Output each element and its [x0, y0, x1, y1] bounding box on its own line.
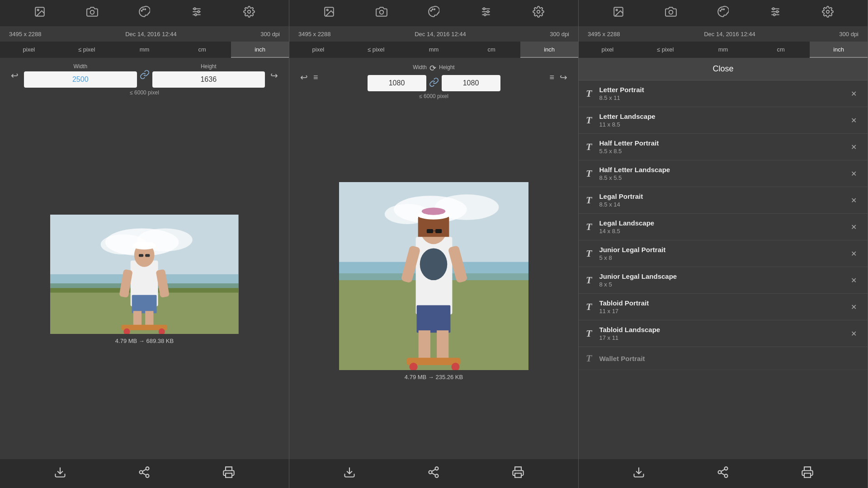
palette-icon-3[interactable]	[717, 6, 729, 20]
swap-arrow-2[interactable]: ⟳	[429, 63, 436, 73]
width-input-2[interactable]	[368, 75, 426, 91]
dpi-2: 300 dpi	[550, 31, 569, 38]
download-icon-2[interactable]	[343, 466, 356, 481]
paper-item-junior-legal-portrait[interactable]: T Junior Legal Portrait 5 x 8 ✕	[579, 240, 868, 267]
paper-close-half-letter-landscape[interactable]: ✕	[847, 168, 860, 180]
download-icon-3[interactable]	[632, 466, 645, 481]
redo-button-2[interactable]: ↪	[558, 70, 569, 84]
paper-item-legal-portrait[interactable]: T Legal Portrait 8.5 x 14 ✕	[579, 187, 868, 214]
paper-close-junior-legal-portrait[interactable]: ✕	[847, 248, 860, 260]
sliders-icon-2[interactable]	[480, 6, 492, 20]
paper-info-tabloid-portrait: Tabloid Portrait 11 x 17	[599, 299, 847, 314]
tab-cm-2[interactable]: cm	[462, 42, 520, 58]
download-icon-1[interactable]	[54, 466, 66, 481]
paper-close-junior-legal-landscape[interactable]: ✕	[847, 274, 860, 286]
hamburger-right-2[interactable]: ≡	[549, 73, 554, 82]
tab-pixel-1[interactable]: pixel	[0, 42, 58, 58]
undo-button-2[interactable]: ↩	[298, 70, 310, 84]
paper-item-tabloid-portrait[interactable]: T Tabloid Portrait 11 x 17 ✕	[579, 294, 868, 320]
svg-rect-41	[226, 473, 232, 477]
paper-item-half-letter-portrait[interactable]: T Half Letter Portrait 5.5 x 8.5 ✕	[579, 134, 868, 160]
paper-close-legal-landscape[interactable]: ✕	[847, 221, 860, 233]
svg-point-89	[616, 9, 617, 11]
hamburger-left-2[interactable]: ≡	[313, 73, 318, 82]
tab-le-pixel-3[interactable]: ≤ pixel	[637, 42, 694, 58]
paper-item-junior-legal-landscape[interactable]: T Junior Legal Landscape 8 x 5 ✕	[579, 267, 868, 294]
paper-item-tabloid-landscape[interactable]: T Tabloid Landscape 17 x 11 ✕	[579, 320, 868, 347]
palette-icon[interactable]	[138, 6, 150, 20]
print-icon-3[interactable]	[801, 466, 814, 481]
gallery-icon[interactable]	[34, 6, 46, 20]
tab-le-pixel-1[interactable]: ≤ pixel	[58, 42, 116, 58]
paper-icon-half-letter-landscape: T	[586, 168, 592, 179]
info-bar-3: 3495 x 2288 Dec 14, 2016 12:44 300 dpi	[579, 26, 868, 42]
share-icon-2[interactable]	[427, 466, 440, 481]
tab-pixel-3[interactable]: pixel	[579, 42, 637, 58]
paper-close-half-letter-portrait[interactable]: ✕	[847, 141, 860, 153]
settings-icon[interactable]	[243, 6, 255, 20]
paper-close-tabloid-landscape[interactable]: ✕	[847, 328, 860, 340]
paper-icon-letter-portrait: T	[586, 88, 592, 99]
sliders-icon-3[interactable]	[769, 6, 781, 20]
paper-close-tabloid-portrait[interactable]: ✕	[847, 301, 860, 313]
print-icon-2[interactable]	[512, 466, 524, 481]
paper-item-legal-landscape[interactable]: T Legal Landscape 14 x 8.5 ✕	[579, 214, 868, 240]
file-size-1: 4.79 MB → 689.38 KB	[115, 338, 174, 344]
paper-info-letter-portrait: Letter Portrait 8.5 x 11	[599, 86, 847, 101]
tab-inch-3[interactable]: inch	[810, 42, 868, 58]
width-input-1[interactable]	[24, 71, 137, 88]
image-area-2: 4.79 MB → 235.26 KB	[289, 103, 578, 459]
paper-icon-junior-legal-portrait: T	[586, 248, 592, 259]
camera-icon-2[interactable]	[376, 6, 387, 20]
gallery-icon-3[interactable]	[613, 6, 624, 20]
paper-close-legal-portrait[interactable]: ✕	[847, 194, 860, 206]
paper-item-letter-landscape[interactable]: T Letter Landscape 11 x 8.5 ✕	[579, 107, 868, 134]
svg-rect-27	[132, 295, 157, 313]
height-input-1[interactable]	[152, 71, 265, 88]
svg-point-11	[195, 14, 197, 15]
height-group-1: Height	[152, 63, 265, 88]
share-icon-3[interactable]	[717, 466, 729, 481]
svg-point-100	[826, 10, 830, 14]
tab-mm-2[interactable]: mm	[405, 42, 463, 58]
undo-button-1[interactable]: ↩	[9, 68, 20, 83]
paper-item-half-letter-landscape[interactable]: T Half Letter Landscape 8.5 x 5.5 ✕	[579, 160, 868, 187]
camera-icon-3[interactable]	[665, 6, 677, 20]
height-input-2[interactable]	[442, 75, 500, 91]
paper-close-letter-landscape[interactable]: ✕	[847, 114, 860, 127]
tab-inch-2[interactable]: inch	[520, 42, 578, 58]
paper-item-letter-portrait[interactable]: T Letter Portrait 8.5 x 11 ✕	[579, 80, 868, 107]
paper-name-half-letter-portrait: Half Letter Portrait	[599, 139, 847, 147]
tab-le-pixel-2[interactable]: ≤ pixel	[347, 42, 405, 58]
svg-point-5	[145, 9, 146, 10]
tab-cm-3[interactable]: cm	[752, 42, 810, 58]
gallery-icon-2[interactable]	[323, 6, 335, 20]
svg-point-37	[140, 471, 143, 474]
tab-mm-1[interactable]: mm	[116, 42, 174, 58]
tab-cm-1[interactable]: cm	[173, 42, 231, 58]
tab-mm-3[interactable]: mm	[694, 42, 752, 58]
paper-name-legal-landscape: Legal Landscape	[599, 219, 847, 227]
settings-icon-3[interactable]	[822, 6, 834, 20]
print-icon-1[interactable]	[222, 466, 235, 481]
palette-icon-2[interactable]	[428, 6, 439, 20]
redo-button-1[interactable]: ↪	[269, 68, 280, 83]
share-icon-1[interactable]	[138, 466, 151, 481]
wh-group-2: Width ⟳ Height	[322, 63, 546, 91]
paper-info-legal-landscape: Legal Landscape 14 x 8.5	[599, 219, 847, 235]
tab-pixel-2[interactable]: pixel	[289, 42, 347, 58]
paper-name-wallet-portrait: Wallet Portrait	[599, 355, 860, 362]
paper-item-wallet-portrait[interactable]: T Wallet Portrait	[579, 347, 868, 370]
paper-close-letter-portrait[interactable]: ✕	[847, 88, 860, 100]
paper-dims-tabloid-landscape: 17 x 11	[599, 334, 847, 341]
width-group-1: Width	[24, 63, 137, 88]
settings-icon-2[interactable]	[533, 6, 544, 20]
camera-icon[interactable]	[86, 6, 98, 20]
link-icon-2[interactable]	[429, 77, 439, 89]
sliders-icon[interactable]	[191, 6, 203, 20]
close-button[interactable]: Close	[579, 58, 868, 80]
paper-info-half-letter-landscape: Half Letter Landscape 8.5 x 5.5	[599, 166, 847, 181]
svg-rect-24	[135, 242, 154, 247]
link-icon-1[interactable]	[140, 70, 150, 82]
tab-inch-1[interactable]: inch	[231, 42, 289, 58]
